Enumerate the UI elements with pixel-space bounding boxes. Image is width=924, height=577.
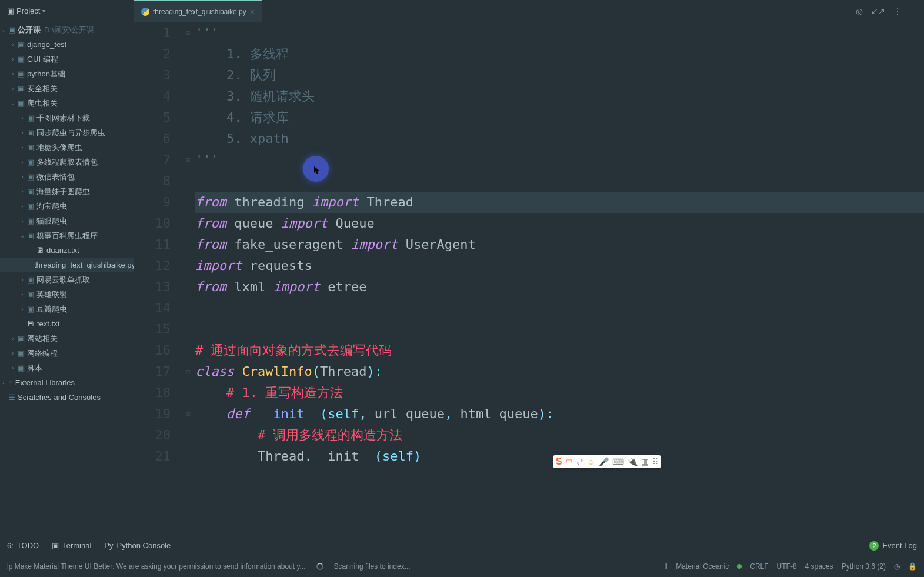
chevron-icon[interactable]: ›: [1, 379, 6, 386]
chevron-icon[interactable]: ›: [11, 335, 15, 342]
chevron-icon[interactable]: ›: [11, 41, 15, 48]
ime-emoji[interactable]: ☺: [587, 457, 595, 466]
chevron-icon[interactable]: ›: [20, 159, 25, 165]
tree-item[interactable]: ›▣网易云歌单抓取: [0, 272, 134, 287]
tree-item[interactable]: ›▣英雄联盟: [0, 287, 134, 302]
external-libraries[interactable]: › ⌂ External Libraries: [0, 375, 134, 390]
chevron-icon[interactable]: ›: [20, 306, 25, 312]
ime-usb[interactable]: 🔌: [628, 457, 638, 466]
status-crlf[interactable]: CRLF: [750, 562, 768, 571]
code-area[interactable]: ''' 1. 多线程 2. 队列 3. 随机请求头 4. 请求库 5. xpat…: [195, 22, 924, 475]
tree-item[interactable]: ›▣豆瓣爬虫: [0, 302, 134, 316]
tree-item[interactable]: ›▣淘宝爬虫: [0, 199, 134, 214]
status-tip[interactable]: lp Make Material Theme UI Better: We are…: [7, 562, 306, 571]
status-encoding[interactable]: UTF-8: [777, 562, 797, 571]
code-line[interactable]: import requests: [195, 255, 924, 276]
code-line[interactable]: ''': [195, 22, 924, 44]
chevron-icon[interactable]: ›: [20, 291, 25, 298]
ime-apps[interactable]: ⠿: [652, 457, 658, 466]
tree-item[interactable]: ›▣网站相关: [0, 331, 134, 346]
ime-punct[interactable]: ⇄: [576, 457, 583, 466]
ime-toolbar[interactable]: S 中 ⇄ ☺ 🎤 ⌨ 🔌 ▦ ⠿: [553, 455, 661, 468]
code-line[interactable]: # 通过面向对象的方式去编写代码: [195, 340, 924, 361]
chevron-icon[interactable]: ›: [20, 115, 25, 121]
tree-item[interactable]: 🖹duanzi.txt: [0, 243, 134, 258]
code-line[interactable]: from threading import Thread: [195, 192, 924, 213]
more-icon[interactable]: ⋮: [893, 6, 902, 16]
code-editor[interactable]: 123456789101112131415161718192021 ⊟⊟⊟⊟ '…: [134, 22, 924, 475]
code-line[interactable]: 5. xpath: [195, 128, 924, 149]
tree-item[interactable]: ›▣脚本: [0, 361, 134, 375]
tree-item[interactable]: 🖹text.txt: [0, 316, 134, 331]
chevron-icon[interactable]: ›: [20, 129, 25, 136]
todo-button[interactable]: 6: TODO: [7, 541, 39, 550]
terminal-button[interactable]: ▣ Terminal: [52, 541, 91, 550]
tree-item[interactable]: ›▣安全相关: [0, 81, 134, 96]
target-icon[interactable]: ◎: [856, 6, 863, 16]
ime-keyboard[interactable]: ⌨: [612, 457, 624, 466]
status-python[interactable]: Python 3.6 (2): [842, 562, 886, 571]
code-line[interactable]: 2. 队列: [195, 65, 924, 86]
code-line[interactable]: from fake_useragent import UserAgent: [195, 234, 924, 255]
chevron-icon[interactable]: ⌄: [11, 100, 15, 106]
sogou-icon[interactable]: S: [556, 456, 562, 467]
tree-item[interactable]: threading_text_qiushibaike.py: [0, 258, 134, 272]
tree-item[interactable]: ›▣多线程爬取表情包: [0, 155, 134, 169]
chevron-icon[interactable]: ›: [20, 276, 25, 283]
code-line[interactable]: [195, 319, 924, 340]
project-dropdown[interactable]: ▣ Project ▾: [0, 6, 52, 15]
status-theme[interactable]: Material Oceanic: [676, 562, 729, 571]
close-icon[interactable]: ×: [250, 7, 255, 16]
chevron-icon[interactable]: ›: [20, 188, 25, 195]
chevron-icon[interactable]: ›: [20, 218, 25, 224]
chevron-icon[interactable]: ›: [11, 71, 15, 77]
code-line[interactable]: from lxml import etree: [195, 276, 924, 298]
ime-mic[interactable]: 🎤: [599, 457, 609, 466]
code-line[interactable]: 4. 请求库: [195, 107, 924, 128]
chevron-icon[interactable]: ›: [11, 85, 15, 92]
ime-lang[interactable]: 中: [566, 457, 573, 467]
gauge-icon[interactable]: ◷: [894, 562, 900, 571]
tree-item[interactable]: ›▣django_test: [0, 37, 134, 52]
tree-item[interactable]: ›▣微信表情包: [0, 169, 134, 184]
pyconsole-button[interactable]: Py Python Console: [104, 541, 171, 550]
chevron-icon[interactable]: ⌄: [20, 232, 25, 239]
tree-item[interactable]: ›▣GUI 编程: [0, 52, 134, 66]
code-line[interactable]: [195, 298, 924, 319]
code-line[interactable]: def __init__(self, url_queue, html_queue…: [195, 403, 924, 425]
code-line[interactable]: # 1. 重写构造方法: [195, 382, 924, 403]
project-tree[interactable]: ⌄ ▣ 公开课 D:\顾安\公开课 ›▣django_test›▣GUI 编程›…: [0, 22, 134, 475]
chevron-icon[interactable]: ›: [20, 203, 25, 209]
code-line[interactable]: 1. 多线程: [195, 44, 924, 65]
tab-active[interactable]: threading_text_qiushibaike.py ×: [134, 0, 262, 22]
tree-item[interactable]: ›▣猫眼爬虫: [0, 214, 134, 228]
tree-item[interactable]: ›▣堆糖头像爬虫: [0, 140, 134, 155]
tree-item[interactable]: ⌄▣糗事百科爬虫程序: [0, 228, 134, 243]
code-line[interactable]: # 调用多线程的构造方法: [195, 425, 924, 446]
tree-item[interactable]: ›▣网络编程: [0, 346, 134, 361]
event-log-button[interactable]: 2 Event Log: [869, 541, 917, 551]
tree-item[interactable]: ›▣海量妹子图爬虫: [0, 184, 134, 199]
tree-item[interactable]: ›▣千图网素材下载: [0, 111, 134, 125]
chevron-icon[interactable]: ›: [11, 365, 15, 371]
lock-icon[interactable]: 🔒: [908, 562, 917, 571]
tree-label: 海量妹子图爬虫: [36, 186, 90, 197]
collapse-icon[interactable]: ↙↗: [871, 6, 885, 16]
chevron-down-icon[interactable]: ⌄: [1, 26, 6, 33]
code-line[interactable]: class CrawlInfo(Thread):: [195, 361, 924, 382]
minimize-icon[interactable]: —: [910, 6, 918, 16]
tree-root[interactable]: ⌄ ▣ 公开课 D:\顾安\公开课: [0, 22, 134, 37]
pause-icon[interactable]: Ⅱ: [664, 562, 668, 571]
code-line[interactable]: from queue import Queue: [195, 213, 924, 234]
chevron-icon[interactable]: ›: [11, 350, 15, 356]
status-indent[interactable]: 4 spaces: [805, 562, 833, 571]
ime-grid[interactable]: ▦: [641, 457, 649, 466]
scratches[interactable]: ☰ Scratches and Consoles: [0, 390, 134, 405]
chevron-icon[interactable]: ›: [11, 56, 15, 62]
chevron-icon[interactable]: ›: [20, 174, 25, 180]
tree-item[interactable]: ›▣python基础: [0, 66, 134, 81]
code-line[interactable]: 3. 随机请求头: [195, 86, 924, 107]
chevron-icon[interactable]: ›: [20, 144, 25, 151]
tree-item[interactable]: ⌄▣爬虫相关: [0, 96, 134, 111]
tree-item[interactable]: ›▣同步爬虫与异步爬虫: [0, 125, 134, 140]
